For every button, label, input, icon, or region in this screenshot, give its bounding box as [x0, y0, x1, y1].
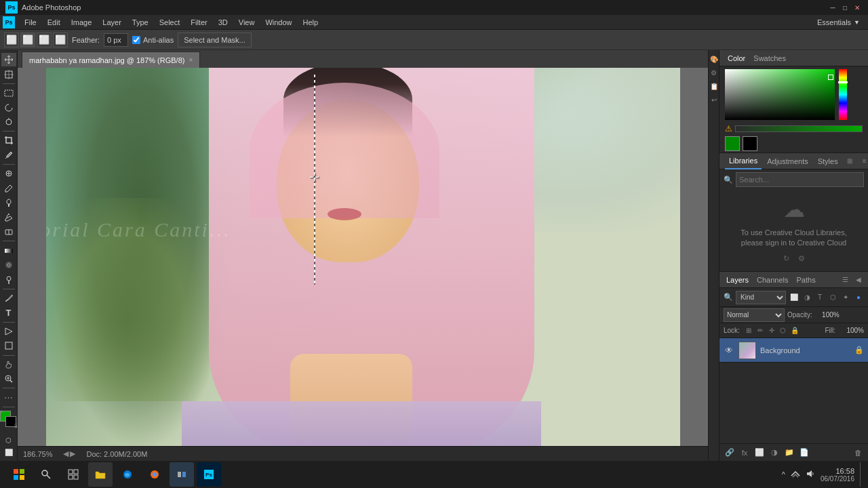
tool-zoom[interactable] — [1, 372, 16, 386]
cc-refresh-icon[interactable]: ↻ — [781, 252, 793, 264]
menu-filter[interactable]: Filter — [185, 15, 212, 30]
tool-extra[interactable]: ⋯ — [1, 390, 16, 404]
styles-tab[interactable]: Styles — [814, 153, 842, 169]
select-mask-button[interactable]: Select and Mask... — [178, 33, 252, 47]
opacity-value[interactable]: 100% — [815, 311, 840, 319]
tool-path-select[interactable] — [1, 325, 16, 338]
add-mask-btn[interactable]: ⬜ — [753, 447, 766, 459]
status-right-arrow[interactable]: ▶ — [70, 449, 75, 458]
panel-icon-history[interactable]: ↩ — [709, 95, 719, 104]
delete-layer-btn[interactable]: 🗑 — [852, 447, 864, 459]
lock-all-icon[interactable]: 🔒 — [790, 326, 800, 336]
cc-settings-icon[interactable]: ⚙ — [795, 252, 808, 264]
link-layers-btn[interactable]: 🔗 — [724, 447, 736, 459]
paths-tab[interactable]: Paths — [794, 272, 818, 288]
foreground-color-swatch[interactable] — [725, 136, 740, 151]
selection-intersect-btn[interactable]: ⬜ — [53, 33, 68, 47]
taskbar-sound-icon[interactable] — [806, 469, 815, 480]
tool-blur[interactable] — [1, 258, 16, 272]
tab-close-btn[interactable]: × — [189, 56, 193, 64]
lock-transparent-icon[interactable]: ⊞ — [744, 326, 753, 336]
tool-clone-stamp[interactable] — [1, 196, 16, 209]
tool-dodge[interactable] — [1, 272, 16, 286]
library-list-view[interactable]: ≡ — [859, 155, 868, 167]
layers-tab[interactable]: Layers — [724, 272, 751, 288]
blend-mode-select[interactable]: Normal — [724, 308, 785, 322]
tool-healing[interactable] — [1, 167, 16, 180]
lock-pixels-icon[interactable]: ✏ — [755, 326, 765, 336]
layer-fx-btn[interactable]: fx — [738, 447, 751, 459]
layer-filter-dropdown[interactable]: Kind — [736, 291, 786, 304]
color-gradient-picker[interactable] — [725, 69, 835, 120]
screen-mode-btn[interactable]: ⬜ — [3, 447, 15, 458]
status-left-arrow[interactable]: ◀ — [63, 449, 68, 458]
swatches-tab[interactable]: Swatches — [751, 54, 789, 62]
menu-view[interactable]: View — [233, 15, 260, 30]
tool-eyedropper[interactable] — [1, 148, 16, 162]
menu-layer[interactable]: Layer — [97, 15, 127, 30]
panel-icon-adjust[interactable]: ⚙ — [709, 68, 719, 77]
swap-colors-icon[interactable]: ⇄ — [0, 409, 3, 415]
taskbar-network-icon[interactable] — [791, 469, 800, 480]
taskbar-system-tray[interactable]: ^ — [782, 470, 785, 479]
selection-ellipse-btn[interactable]: ⬜ — [20, 33, 35, 47]
menu-select[interactable]: Select — [154, 15, 186, 30]
close-button[interactable]: ✕ — [852, 2, 863, 13]
menu-3d[interactable]: 3D — [213, 15, 233, 30]
fill-value[interactable]: 100% — [840, 327, 864, 334]
taskbar-search[interactable] — [34, 462, 58, 487]
tool-shape[interactable] — [1, 339, 16, 352]
new-layer-btn[interactable]: 📄 — [798, 447, 810, 459]
maximize-button[interactable]: □ — [840, 2, 850, 13]
layer-filter-search[interactable]: 🔍 — [724, 293, 733, 302]
library-search-input[interactable] — [736, 172, 864, 187]
filter-adjust-icon[interactable]: ◑ — [802, 292, 812, 303]
document-tab[interactable]: marhababn ya ramadhan.jpg @ 187% (RGB/8)… — [22, 52, 200, 68]
taskbar-photoshop[interactable]: Ps — [197, 462, 221, 487]
tool-gradient[interactable] — [1, 243, 16, 257]
adjustments-tab[interactable]: Adjustments — [763, 153, 812, 169]
tool-history-brush[interactable] — [1, 211, 16, 224]
minimize-button[interactable]: ─ — [827, 2, 838, 13]
menu-type[interactable]: Type — [127, 15, 154, 30]
alpha-bar[interactable] — [735, 125, 863, 132]
panel-icon-layers[interactable]: 📋 — [709, 81, 719, 91]
layers-panel-menu[interactable]: ☰ — [840, 274, 850, 285]
layer-visibility-toggle[interactable]: 👁 — [724, 345, 734, 356]
filter-enabled-icon[interactable]: ● — [853, 292, 864, 303]
feather-input[interactable] — [104, 33, 128, 47]
lock-position-icon[interactable]: ✛ — [767, 326, 776, 336]
taskbar-firefox[interactable] — [142, 462, 167, 487]
new-adjustment-btn[interactable]: ◑ — [768, 447, 781, 459]
layers-panel-collapse[interactable]: ◀ — [853, 274, 864, 285]
tool-marquee[interactable] — [1, 86, 16, 100]
new-group-btn[interactable]: 📁 — [783, 447, 795, 459]
menu-edit[interactable]: Edit — [42, 15, 66, 30]
channels-tab[interactable]: Channels — [754, 272, 791, 288]
menu-window[interactable]: Window — [260, 15, 297, 30]
taskbar-filezilla[interactable] — [170, 462, 194, 487]
filter-pixel-icon[interactable]: ⬜ — [789, 292, 800, 303]
tool-quick-select[interactable] — [1, 115, 16, 129]
tool-brush[interactable] — [1, 182, 16, 195]
tool-hand[interactable] — [1, 357, 16, 371]
tool-lasso[interactable] — [1, 100, 16, 114]
selection-rect-btn[interactable]: ⬜ — [4, 33, 19, 47]
spectrum-bar[interactable] — [839, 69, 847, 120]
filter-smart-icon[interactable]: ✦ — [840, 292, 851, 303]
panel-icon-color[interactable]: 🎨 — [709, 54, 719, 64]
tool-move[interactable] — [1, 53, 16, 66]
taskbar-edge[interactable] — [115, 462, 140, 487]
tool-artboard[interactable] — [1, 67, 16, 81]
workspace-dropdown-icon[interactable]: ▼ — [854, 19, 860, 26]
start-button[interactable] — [5, 462, 33, 487]
color-tab[interactable]: Color — [725, 54, 748, 62]
tool-text[interactable]: T — [1, 306, 16, 319]
lock-artboard-icon[interactable]: ⬡ — [778, 326, 788, 336]
taskbar-task-view[interactable] — [61, 462, 85, 487]
menu-file[interactable]: File — [19, 15, 42, 30]
filter-shape-icon[interactable]: ⬡ — [827, 292, 838, 303]
filter-text-icon[interactable]: T — [814, 292, 825, 303]
quick-mask-btn[interactable]: ⬡ — [3, 434, 15, 446]
taskbar-show-desktop[interactable] — [860, 462, 863, 487]
